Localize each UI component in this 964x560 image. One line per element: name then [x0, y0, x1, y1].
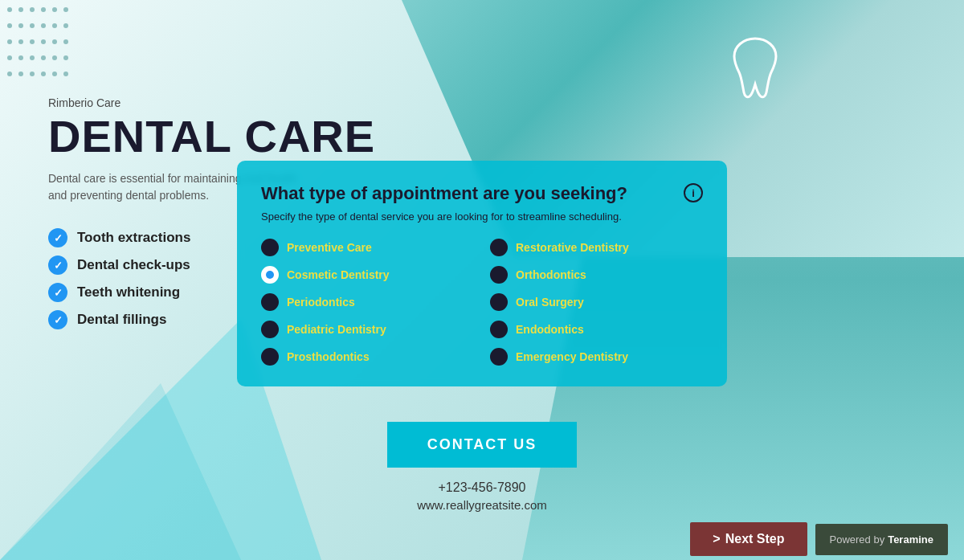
appointment-title: What type of appointment are you seeking…	[261, 183, 627, 204]
appointment-header: What type of appointment are you seeking…	[261, 183, 703, 204]
option-item[interactable]: Oral Surgery	[490, 293, 703, 311]
contact-us-button[interactable]: CONTACT US	[387, 422, 578, 468]
option-label: Emergency Dentistry	[516, 350, 628, 363]
radio-circle	[490, 321, 508, 338]
powered-by-badge: Powered by Teramine	[815, 524, 949, 555]
check-icon	[48, 310, 67, 329]
radio-circle	[490, 266, 508, 284]
options-right-column: Restorative Dentistry Orthodontics Oral …	[490, 239, 703, 366]
radio-circle	[490, 239, 508, 256]
radio-circle	[490, 293, 508, 311]
tooth-icon	[723, 32, 787, 104]
bottom-bar: > Next Step Powered by Teramine	[0, 518, 964, 560]
option-label: Cosmetic Dentistry	[287, 268, 390, 281]
info-icon[interactable]: i	[684, 183, 703, 202]
next-step-label: Next Step	[725, 532, 785, 546]
radio-circle	[261, 239, 279, 256]
radio-circle	[261, 321, 279, 338]
phone-number: +123-456-7890	[439, 480, 526, 495]
option-label: Restorative Dentistry	[516, 241, 629, 254]
powered-by-prefix: Powered by	[830, 533, 885, 546]
page-title: DENTAL CARE	[48, 114, 375, 159]
radio-circle	[261, 348, 279, 366]
option-item[interactable]: Endodontics	[490, 321, 703, 338]
radio-circle	[261, 293, 279, 311]
radio-circle	[490, 348, 508, 366]
option-item[interactable]: Emergency Dentistry	[490, 348, 703, 366]
appointment-subtitle: Specify the type of dental service you a…	[261, 211, 703, 223]
service-label: Tooth extractions	[77, 230, 190, 246]
option-item[interactable]: Prosthodontics	[261, 348, 474, 366]
service-label: Dental fillings	[77, 312, 166, 328]
service-label: Dental check-ups	[77, 257, 190, 273]
dots-decoration	[4, 4, 133, 92]
next-step-arrow: >	[713, 532, 720, 546]
check-icon	[48, 228, 67, 247]
website-url: www.reallygreatsite.com	[417, 498, 547, 512]
options-left-column: Preventive Care Cosmetic Dentistry Perio…	[261, 239, 474, 366]
option-label: Orthodontics	[516, 268, 586, 281]
brand-name: Rimberio Care	[48, 96, 375, 109]
option-item[interactable]: Preventive Care	[261, 239, 474, 256]
option-label: Oral Surgery	[516, 296, 584, 309]
option-label: Pediatric Dentistry	[287, 323, 386, 336]
option-label: Endodontics	[516, 323, 584, 336]
option-item[interactable]: Cosmetic Dentistry	[261, 266, 474, 284]
option-item[interactable]: Periodontics	[261, 293, 474, 311]
option-label: Preventive Care	[287, 241, 372, 254]
option-item[interactable]: Restorative Dentistry	[490, 239, 703, 256]
check-icon	[48, 283, 67, 302]
option-item[interactable]: Pediatric Dentistry	[261, 321, 474, 338]
next-step-button[interactable]: > Next Step	[690, 522, 807, 556]
appointment-card: What type of appointment are you seeking…	[237, 161, 727, 386]
service-label: Teeth whitening	[77, 284, 180, 300]
options-grid: Preventive Care Cosmetic Dentistry Perio…	[261, 239, 703, 366]
powered-by-brand: Teramine	[888, 533, 933, 546]
check-icon	[48, 255, 67, 275]
option-label: Prosthodontics	[287, 350, 370, 363]
contact-area: CONTACT US +123-456-7890 www.reallygreat…	[0, 422, 964, 512]
option-label: Periodontics	[287, 296, 355, 309]
radio-circle-selected	[261, 266, 279, 284]
option-item[interactable]: Orthodontics	[490, 266, 703, 284]
